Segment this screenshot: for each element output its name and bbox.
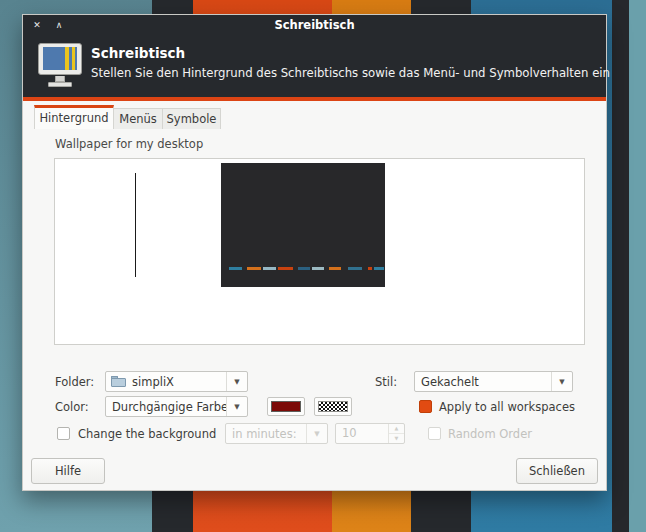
window-title: Schreibtisch	[23, 18, 606, 32]
monitor-screen	[43, 47, 77, 70]
chevron-down-icon: ▼	[226, 372, 247, 391]
folder-select[interactable]: simpliX ▼	[105, 371, 248, 392]
spinner-buttons: ▲ ▼	[388, 424, 404, 443]
wallpaper-list[interactable]	[54, 158, 585, 345]
apply-all-checkbox[interactable]	[419, 400, 432, 413]
folder-label: Folder:	[55, 375, 94, 389]
settings-window: ✕ ∧ Schreibtisch Schreibtisch Stellen Si…	[22, 14, 607, 491]
minutes-spinner: 10 ▲ ▼	[335, 423, 405, 444]
interval-value: in minutes:	[226, 427, 306, 441]
stripe-segment	[629, 0, 646, 532]
tab-hintergrund[interactable]: Hintergrund	[34, 105, 114, 129]
folder-value: simpliX	[126, 375, 226, 389]
color-swatch	[271, 401, 301, 412]
dash-segment	[229, 267, 242, 270]
dash-segment	[312, 267, 324, 270]
close-button[interactable]: Schließen	[516, 458, 598, 484]
dash-segment	[263, 267, 276, 270]
dash-segment	[348, 267, 362, 270]
chevron-down-icon: ▼	[306, 424, 327, 443]
random-order-checkbox	[428, 427, 441, 440]
chevron-down-icon: ▼	[226, 397, 247, 416]
pattern-button[interactable]	[314, 397, 352, 416]
dialog-title: Schreibtisch	[91, 45, 185, 61]
dash-segment	[298, 267, 310, 270]
change-background-checkbox[interactable]	[57, 427, 70, 440]
wallpaper-thumbnail-thin[interactable]	[135, 173, 136, 277]
wallpaper-section-label: Wallpaper for my desktop	[55, 137, 203, 151]
color-label: Color:	[55, 400, 89, 414]
interval-select: in minutes: ▼	[225, 423, 328, 444]
checkerboard-pattern	[318, 401, 348, 412]
monitor-base	[48, 82, 72, 87]
spin-down-icon: ▼	[389, 434, 404, 443]
minutes-value: 10	[336, 424, 388, 443]
dash-segment	[368, 267, 372, 270]
dash-segment	[278, 267, 293, 270]
color-swatch-button[interactable]	[267, 397, 305, 416]
tab-symbole[interactable]: Symbole	[163, 108, 221, 129]
monitor-frame	[38, 43, 82, 75]
change-background-label: Change the background	[78, 427, 216, 441]
style-value: Gekachelt	[415, 375, 551, 389]
dialog-content: Hintergrund Menüs Symbole Wallpaper for …	[23, 101, 606, 490]
dash-segment	[374, 267, 384, 270]
help-button[interactable]: Hilfe	[31, 458, 105, 484]
tab-menus[interactable]: Menüs	[114, 108, 163, 129]
folder-icon	[111, 376, 126, 387]
color-style-value: Durchgängige Farbe	[106, 400, 226, 414]
spin-up-icon: ▲	[389, 424, 404, 434]
window-titlebar[interactable]: ✕ ∧ Schreibtisch	[23, 15, 606, 35]
color-style-select[interactable]: Durchgängige Farbe ▼	[105, 396, 248, 417]
monitor-screen-stripe	[72, 47, 75, 70]
monitor-icon	[36, 42, 84, 88]
apply-all-label: Apply to all workspaces	[439, 400, 575, 414]
random-order-label: Random Order	[448, 427, 532, 441]
dialog-header: Schreibtisch Stellen Sie den Hintergrund…	[23, 35, 606, 97]
wallpaper-thumbnail-selected[interactable]	[221, 163, 385, 287]
dash-segment	[329, 267, 341, 270]
stripe-segment	[612, 0, 629, 532]
dash-segment	[247, 267, 261, 270]
dialog-subtitle: Stellen Sie den Hintergrund des Schreibt…	[91, 66, 610, 80]
monitor-screen-stripe	[65, 47, 69, 70]
style-select[interactable]: Gekachelt ▼	[414, 371, 573, 392]
chevron-down-icon: ▼	[551, 372, 572, 391]
style-label: Stil:	[375, 375, 397, 389]
thumbnail-dashes	[221, 267, 385, 270]
